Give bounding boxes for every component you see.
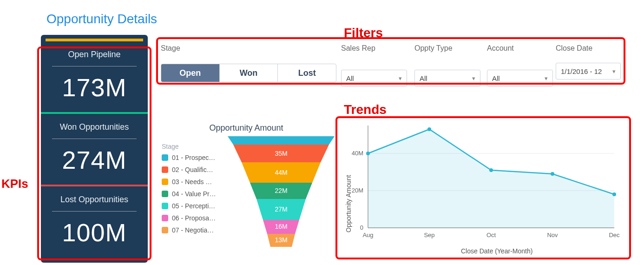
page-title: Opportunity Details — [46, 12, 157, 26]
svg-text:13M: 13M — [275, 236, 287, 244]
kpi-label: Won Opportunities — [46, 122, 142, 132]
close-date-dropdown[interactable]: 1/1/2016 - 12 ▾ — [556, 63, 621, 80]
svg-point-27 — [366, 152, 370, 155]
legend-item[interactable]: 03 - Needs … — [162, 178, 216, 186]
kpi-lost-opportunities[interactable]: Lost Opportunities 100M — [41, 188, 148, 252]
kpi-value: 100M — [46, 218, 142, 247]
chevron-down-icon: ▾ — [612, 68, 616, 75]
filters-row: Stage Open Won Lost Sales Rep All ▾ Oppt… — [161, 44, 621, 81]
sales-rep-value: All — [346, 74, 354, 82]
chevron-down-icon: ▾ — [472, 75, 475, 82]
kpi-label: Lost Opportunities — [46, 195, 142, 205]
svg-text:Nov: Nov — [547, 232, 558, 238]
svg-marker-0 — [228, 136, 335, 145]
sales-rep-filter-label: Sales Rep — [341, 44, 375, 53]
chevron-down-icon: ▾ — [545, 75, 548, 82]
chevron-down-icon: ▾ — [399, 75, 402, 82]
stage-segmented-control[interactable]: Open Won Lost — [161, 64, 336, 82]
stage-filter-label: Stage — [161, 44, 337, 53]
legend-item[interactable]: 01 - Prospec… — [162, 154, 216, 161]
svg-text:44M: 44M — [275, 169, 287, 176]
kpi-label: Open Pipeline — [46, 50, 142, 60]
funnel-svg: 35M 44M 22M 27M 16M 13M — [228, 136, 335, 257]
svg-marker-26 — [368, 129, 614, 228]
svg-text:Aug: Aug — [362, 232, 373, 238]
legend-item[interactable]: 04 - Value Pr… — [162, 190, 216, 198]
stage-won-button[interactable]: Won — [220, 64, 278, 82]
kpi-value: 173M — [46, 73, 142, 102]
stage-lost-button[interactable]: Lost — [278, 64, 336, 82]
trend-x-axis-label: Close Date (Year-Month) — [461, 247, 532, 255]
funnel-title: Opportunity Amount — [158, 123, 335, 133]
kpi-open-pipeline[interactable]: Open Pipeline 173M — [41, 43, 148, 106]
legend-item[interactable]: 05 - Percepti… — [162, 202, 216, 210]
kpi-accent — [46, 39, 143, 41]
funnel-legend: Stage 01 - Prospec… 02 - Qualific… 03 - … — [162, 143, 216, 238]
svg-point-28 — [427, 127, 431, 131]
svg-text:35M: 35M — [275, 150, 287, 157]
oppty-type-filter-label: Oppty Type — [414, 44, 453, 53]
annotation-trends: Trends — [344, 102, 387, 117]
legend-item[interactable]: 06 - Proposa… — [162, 214, 216, 222]
svg-text:0: 0 — [360, 224, 363, 231]
svg-text:27M: 27M — [275, 205, 287, 213]
svg-text:22M: 22M — [275, 187, 287, 194]
account-dropdown[interactable]: All ▾ — [487, 70, 553, 86]
svg-text:40M: 40M — [352, 150, 363, 157]
kpi-divider-green — [41, 112, 148, 114]
close-date-value: 1/1/2016 - 12 — [561, 67, 602, 75]
legend-item[interactable]: 07 - Negotia… — [162, 226, 216, 234]
kpi-won-opportunities[interactable]: Won Opportunities 274M — [41, 116, 148, 179]
svg-point-30 — [551, 172, 554, 176]
sales-rep-dropdown[interactable]: All ▾ — [341, 70, 407, 86]
stage-open-button[interactable]: Open — [161, 64, 220, 82]
svg-text:Dec: Dec — [609, 232, 620, 238]
trend-y-axis-label: Opportunity Amount — [345, 175, 352, 232]
oppty-type-value: All — [420, 74, 427, 82]
kpi-divider-red — [41, 185, 148, 186]
svg-text:Oct: Oct — [486, 232, 496, 238]
account-filter-label: Account — [487, 44, 514, 53]
svg-text:16M: 16M — [275, 223, 287, 230]
svg-text:Sep: Sep — [424, 232, 434, 238]
funnel-chart[interactable]: Opportunity Amount Stage 01 - Prospec… 0… — [158, 123, 335, 260]
account-value: All — [492, 74, 500, 82]
trend-svg: 0 20M 40M Aug Sep Oct Nov Dec — [345, 121, 624, 242]
svg-point-29 — [489, 168, 493, 172]
close-date-filter-label: Close Date — [556, 44, 592, 53]
funnel-legend-header: Stage — [162, 143, 216, 150]
oppty-type-dropdown[interactable]: All ▾ — [414, 70, 480, 86]
trend-chart[interactable]: Opportunity Amount 0 20M 40M Aug Sep Oct… — [345, 121, 624, 256]
annotation-filters: Filters — [344, 26, 383, 40]
kpi-value: 274M — [46, 146, 142, 174]
svg-point-31 — [612, 192, 616, 196]
kpi-panel: Open Pipeline 173M Won Opportunities 274… — [41, 35, 148, 263]
svg-text:20M: 20M — [352, 187, 363, 194]
legend-item[interactable]: 02 - Qualific… — [162, 166, 216, 173]
annotation-kpis: KPIs — [1, 177, 28, 191]
